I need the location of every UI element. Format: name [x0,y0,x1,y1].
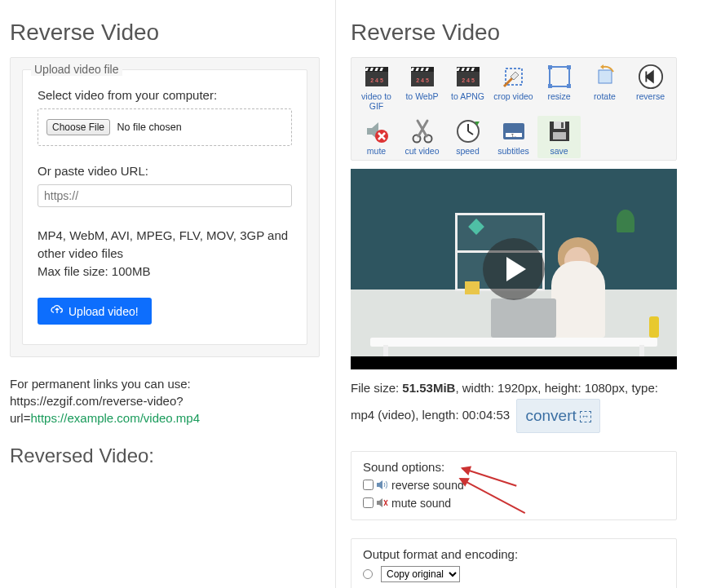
mute-sound-checkbox[interactable] [363,497,374,508]
tools-toolbar: 2 4 5video to GIF2 4 5to WebP2 4 5to APN… [351,57,677,161]
tool-to-WebP[interactable]: 2 4 5to WebP [400,61,444,113]
file-drop-zone[interactable]: Choose File No file chosen [38,108,292,146]
tool-subtitles[interactable]: T...subtitles [492,116,535,158]
speed-icon [455,118,481,144]
svg-rect-23 [548,65,552,69]
resize-icon [546,64,573,90]
convert-button[interactable]: convert↔ [516,399,599,433]
tool-video-to-GIF[interactable]: 2 4 5video to GIF [355,61,398,113]
tool-resize[interactable]: resize [537,61,581,113]
rotate-icon [592,64,618,90]
tool-rotate[interactable]: rotate [583,61,626,113]
tool-cut-video[interactable]: cut video [400,116,444,158]
output-options-box: Output format and encoding: Copy origina… [351,538,677,588]
reversed-video-heading: Reversed Video: [10,444,320,467]
video-metadata: File size: 51.53MiB, width: 1920px, heig… [351,378,677,433]
mute-sound-option[interactable]: mute sound [363,497,665,510]
clapper-icon: 2 4 5 [455,64,481,90]
video-url-input[interactable] [38,184,292,207]
output-options-heading: Output format and encoding: [363,547,665,561]
cut-icon [409,118,436,144]
choose-file-button[interactable]: Choose File [46,119,110,135]
file-size-value: 51.53MiB [402,381,455,395]
cloud-upload-icon [51,304,64,318]
svg-text:T...: T... [511,133,516,138]
reverse-sound-option[interactable]: reverse sound [363,479,665,492]
supported-formats: MP4, WebM, AVI, MPEG, FLV, MOV, 3GP and … [38,227,292,280]
upload-video-button[interactable]: Upload video! [38,298,152,325]
video-preview[interactable] [351,169,677,369]
svg-text:2 4 5: 2 4 5 [462,77,475,83]
reverse-icon [638,64,664,90]
tool-speed[interactable]: speed [446,116,489,158]
clapper-icon: 2 4 5 [364,64,390,90]
svg-rect-38 [561,122,564,128]
sound-options-box: Sound options: reverse sound mute sound [351,451,677,520]
svg-rect-22 [550,67,569,86]
permalink-hint: For permanent links you can use: https:/… [10,375,320,427]
svg-rect-26 [567,84,571,88]
svg-rect-27 [599,70,612,83]
svg-text:2 4 5: 2 4 5 [370,77,383,83]
tool-save[interactable]: save [537,116,581,158]
svg-rect-39 [553,132,566,139]
output-format-select[interactable]: Copy original [381,566,460,582]
page-title-left: Reverse Video [10,20,320,46]
svg-rect-24 [567,65,571,69]
output-radio[interactable] [363,569,373,579]
speaker-mute-icon [377,497,388,510]
select-video-label: Select video from your computer: [38,88,292,102]
tool-to-APNG[interactable]: 2 4 5to APNG [446,61,489,113]
page-title-right: Reverse Video [351,20,677,46]
convert-icon: ↔ [580,411,591,422]
play-icon[interactable] [483,238,545,300]
clapper-icon: 2 4 5 [409,64,436,90]
permalink-example-link[interactable]: https://example.com/video.mp4 [30,411,200,425]
tool-crop-video[interactable]: crop video [492,61,535,113]
mute-icon [364,118,390,144]
file-chosen-status: No file chosen [117,122,181,133]
subtitles-icon: T... [501,118,527,144]
speaker-icon [377,479,388,492]
tool-mute[interactable]: mute [355,116,398,158]
upload-panel: Upload video file Select video from your… [10,57,320,357]
url-label: Or paste video URL: [38,164,292,178]
upload-fieldset: Upload video file Select video from your… [22,69,307,345]
tool-reverse[interactable]: reverse [629,61,672,113]
save-icon [546,118,573,144]
crop-icon [501,64,527,90]
svg-rect-25 [548,84,552,88]
svg-text:2 4 5: 2 4 5 [416,77,429,83]
upload-legend: Upload video file [31,63,122,76]
reverse-sound-checkbox[interactable] [363,480,374,490]
sound-options-heading: Sound options: [363,460,665,474]
